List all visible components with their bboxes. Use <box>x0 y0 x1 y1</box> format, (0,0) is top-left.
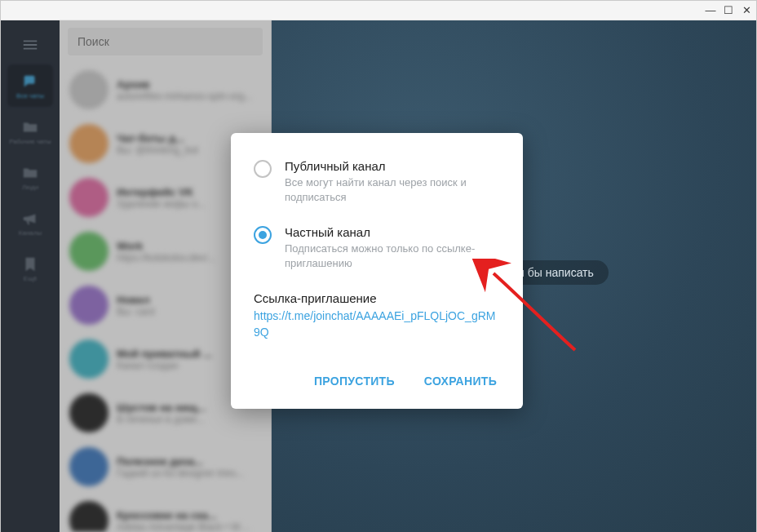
chat-subtitle: В печенье в доме... <box>117 414 253 425</box>
window-titlebar: — ☐ ✕ <box>1 1 756 20</box>
avatar <box>69 286 108 325</box>
sidebar-item-label: Каналы <box>19 229 42 237</box>
folder-icon <box>21 164 39 182</box>
avatar <box>69 178 108 217</box>
option-public-channel[interactable]: Публичный канал Все могут найти канал че… <box>254 159 500 204</box>
skip-button[interactable]: ПРОПУСТИТЬ <box>311 368 398 394</box>
chat-list-item[interactable]: Полезное диза...Гадкий ux-ful designer t… <box>60 440 271 494</box>
sidebar-item-work-chats[interactable]: Рабочие чаты <box>7 110 53 153</box>
invite-link-section: Ссылка-приглашение https://t.me/joinchat… <box>254 291 500 340</box>
bookmark-icon <box>21 255 39 273</box>
option-description: Подписаться можно только по ссылке-пригл… <box>285 242 500 270</box>
avatar <box>69 124 108 163</box>
chat-title: Архив <box>117 78 253 91</box>
save-button[interactable]: СОХРАНИТЬ <box>421 368 500 394</box>
sidebar-item-label: Ещё <box>24 275 37 282</box>
window-maximize-button[interactable]: ☐ <box>724 6 733 16</box>
hamburger-menu-button[interactable] <box>12 29 48 61</box>
app-window: — ☐ ✕ Все чаты Рабочие чаты Люди К <box>0 0 757 532</box>
chat-list-item[interactable]: Кроссовки на ска...Adidas Advantage Blac… <box>60 494 271 532</box>
chat-subtitle: Adidas Advantage Black • Wh... <box>117 521 253 533</box>
avatar <box>69 393 108 432</box>
avatar <box>69 501 108 532</box>
chat-title: Полезное диза... <box>117 455 253 468</box>
invite-link-label: Ссылка-приглашение <box>254 291 500 305</box>
hamburger-icon <box>21 36 39 54</box>
chats-icon <box>21 73 39 91</box>
chat-subtitle: Гадкий ux-ful designer tries... <box>117 468 253 479</box>
avatar <box>69 447 108 486</box>
avatar <box>69 339 108 379</box>
avatar <box>69 232 108 271</box>
option-description: Все могут найти канал через поиск и подп… <box>285 175 500 204</box>
sidebar-item-all-chats[interactable]: Все чаты <box>7 64 53 107</box>
channel-type-dialog: Публичный канал Все могут найти канал че… <box>231 133 523 409</box>
sidebar-item-channels[interactable]: Каналы <box>7 202 53 244</box>
sidebar-nav: Все чаты Рабочие чаты Люди Каналы Ещё <box>1 20 60 532</box>
sidebar-item-more[interactable]: Ещё <box>7 247 53 290</box>
invite-link[interactable]: https://t.me/joinchat/AAAAAEi_pFLQLjOC_g… <box>254 308 500 340</box>
sidebar-item-label: Рабочие чаты <box>9 138 51 145</box>
folder-icon <box>21 118 39 136</box>
chat-list-item[interactable]: Архивautorefilex-mirkanos-sptn-org... <box>60 63 271 117</box>
search-input[interactable] <box>68 28 263 55</box>
window-close-button[interactable]: ✕ <box>742 6 751 16</box>
chat-subtitle: Вы: @thinking_bot <box>117 144 223 156</box>
option-private-channel[interactable]: Частный канал Подписаться можно только п… <box>254 225 500 270</box>
window-minimize-button[interactable]: — <box>706 6 715 16</box>
chat-title: Кроссовки на ска... <box>117 509 253 521</box>
megaphone-icon <box>21 210 39 228</box>
radio-private[interactable] <box>254 226 272 244</box>
chat-subtitle: autorefilex-mirkanos-sptn-org... <box>117 91 253 102</box>
chat-title: Чат-боты д... <box>117 132 223 144</box>
avatar <box>69 70 108 109</box>
sidebar-item-label: Люди <box>22 184 38 191</box>
option-title: Публичный канал <box>285 159 500 173</box>
sidebar-item-label: Все чаты <box>16 92 44 100</box>
sidebar-item-people[interactable]: Люди <box>7 156 53 198</box>
option-title: Частный канал <box>285 225 500 239</box>
radio-public[interactable] <box>254 160 272 178</box>
